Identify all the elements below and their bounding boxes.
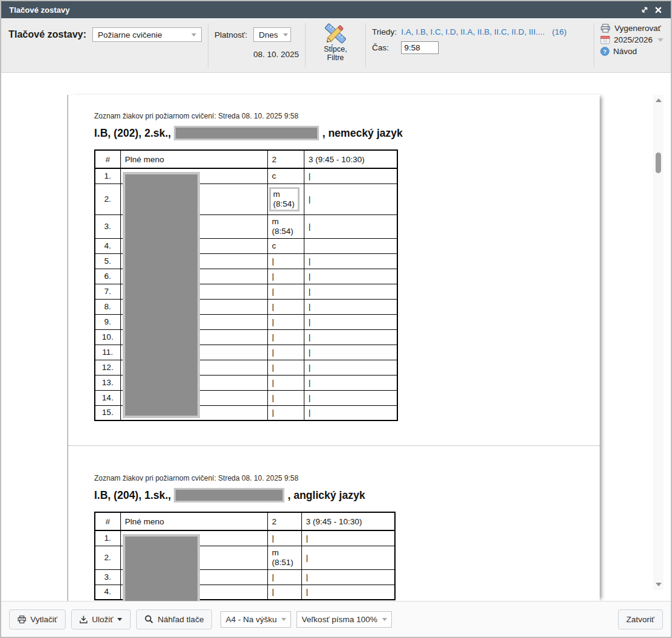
row-number-cell: 4. — [95, 238, 120, 253]
lesson-cell: c — [267, 238, 304, 253]
chevron-down-icon — [191, 33, 196, 36]
close-button[interactable]: Zatvoriť — [618, 609, 663, 629]
row-number-cell: 8. — [95, 299, 120, 314]
lesson-cell: | — [267, 530, 301, 546]
cell-text: | — [309, 302, 393, 312]
column-header: 2 — [267, 150, 304, 168]
lesson-cell: | — [304, 314, 397, 329]
lesson-cell: | — [304, 253, 397, 269]
row-number-cell: 7. — [95, 284, 120, 299]
time-input[interactable] — [401, 41, 439, 54]
cell-text: | — [272, 363, 300, 372]
row-number-cell: 1. — [95, 530, 120, 546]
cell-text: | — [306, 533, 391, 543]
report-type-select[interactable]: Požiarne cvičenie — [92, 27, 202, 42]
row-number-cell: 3. — [95, 569, 120, 585]
help-label: Návod — [613, 47, 637, 56]
lesson-cell: m(8:54) — [267, 184, 304, 214]
time-label: Čas: — [372, 43, 401, 52]
row-number-cell: 12. — [95, 360, 120, 375]
print-button[interactable]: Vytlačiť — [9, 609, 66, 629]
classes-count[interactable]: (16) — [552, 27, 566, 36]
lesson-cell: | — [304, 405, 397, 420]
validity-select[interactable]: Dnes — [253, 27, 291, 42]
svg-text:?: ? — [603, 48, 607, 55]
chevron-down-icon — [281, 618, 286, 621]
scroll-up-icon[interactable] — [656, 98, 662, 102]
cell-text: | — [309, 256, 393, 266]
chevron-down-icon — [283, 33, 288, 36]
lesson-cell: | — [304, 284, 397, 299]
lesson-cell: | — [304, 360, 397, 375]
cell-text: c — [272, 171, 300, 181]
row-number-cell: 6. — [95, 269, 120, 284]
cell-text: | — [309, 363, 393, 372]
lesson-cell: | — [267, 375, 304, 390]
lesson-cell: | — [267, 585, 301, 600]
generate-button[interactable]: Vygenerovať — [600, 24, 663, 33]
table-header-row: #Plné meno23 (9:45 - 10:30) — [95, 150, 397, 168]
cell-text: | — [309, 378, 393, 388]
columns-filters-button[interactable]: Stĺpce, Filtre — [312, 18, 359, 72]
printer-icon — [18, 616, 26, 623]
cell-text: | — [272, 287, 300, 297]
classes-links[interactable]: I.A, I.B, I.C, I.D, II.A, II.B, II.C, II… — [401, 27, 544, 36]
save-button[interactable]: Uložiť — [71, 609, 131, 629]
cell-text: | — [272, 317, 300, 327]
lesson-cell: | — [267, 314, 304, 329]
lesson-cell: | — [267, 299, 304, 314]
paper-format-select[interactable]: A4 - Na výšku — [221, 611, 291, 628]
page-sections: Zoznam žiakov pri požiarnom cvičení: Str… — [94, 112, 574, 600]
cell-text: (8:51) — [272, 558, 297, 568]
cell-text: | — [309, 393, 393, 403]
report-type-label: Tlačové zostavy: — [9, 27, 86, 42]
print-preview-button[interactable]: Náhľad tlače — [136, 609, 212, 629]
chevron-down-icon — [657, 38, 663, 42]
lesson-cell: | — [267, 360, 304, 375]
report-toolbar: Tlačové zostavy: Požiarne cvičenie Platn… — [1, 18, 671, 73]
print-preview-label: Náhľad tlače — [157, 615, 204, 624]
expand-icon[interactable] — [638, 4, 651, 16]
table-wrapper: #Plné meno23 (9:45 - 10:30)1.c|2.m(8:54)… — [94, 149, 574, 421]
heading-suffix: , nemecký jazyk — [322, 127, 402, 140]
column-header: Plné meno — [120, 150, 267, 168]
font-size-select[interactable]: Veľkosť písma 100% — [297, 611, 392, 628]
report-type-value: Požiarne cvičenie — [98, 30, 162, 39]
row-number-cell: 2. — [95, 184, 120, 214]
cell-text: c — [272, 241, 300, 251]
validity-value: Dnes — [259, 30, 278, 39]
column-header: Plné meno — [120, 512, 267, 530]
cell-text: | — [272, 272, 300, 281]
cell-text: m — [273, 190, 295, 199]
vertical-scrollbar[interactable] — [653, 95, 663, 590]
row-number-cell: 9. — [95, 314, 120, 329]
row-number-cell: 14. — [95, 390, 120, 405]
scroll-down-icon[interactable] — [656, 583, 662, 586]
page-break-divider — [68, 445, 600, 446]
lesson-cell: | — [304, 390, 397, 405]
cell-text: | — [272, 587, 297, 597]
table-header-row: #Plné meno23 (9:45 - 10:30) — [95, 512, 395, 530]
columns-filters-label-line2: Filtre — [327, 53, 344, 62]
cell-text: | — [272, 302, 300, 312]
cell-text: | — [309, 222, 393, 232]
row-number-cell: 11. — [95, 345, 120, 360]
report-heading: I.B, (204), 1.sk.,, anglický jazyk — [94, 488, 574, 503]
toolbar-separator — [208, 23, 208, 67]
row-number-cell: 15. — [95, 405, 120, 420]
lesson-cell: | — [267, 390, 304, 405]
magnifier-icon — [145, 615, 153, 623]
report-subtitle: Zoznam žiakov pri požiarnom cvičení: Str… — [94, 474, 574, 482]
chevron-down-icon — [117, 618, 122, 621]
school-year-select[interactable]: 2025/2026 — [600, 35, 663, 44]
close-icon[interactable] — [651, 4, 665, 16]
lesson-cell: m(8:51) — [267, 546, 301, 569]
lesson-cell: | — [304, 345, 397, 360]
table-wrapper: #Plné meno23 (9:45 - 10:30)1.||2.m(8:51)… — [94, 512, 574, 600]
scrollbar-thumb[interactable] — [656, 153, 661, 173]
help-link[interactable]: ? Návod — [600, 47, 663, 56]
report-heading: I.B, (202), 2.sk.,, nemecký jazyk — [94, 126, 574, 140]
column-header: 3 (9:45 - 10:30) — [301, 512, 395, 530]
classes-label: Triedy: — [372, 27, 401, 36]
row-number-cell: 3. — [95, 214, 120, 238]
